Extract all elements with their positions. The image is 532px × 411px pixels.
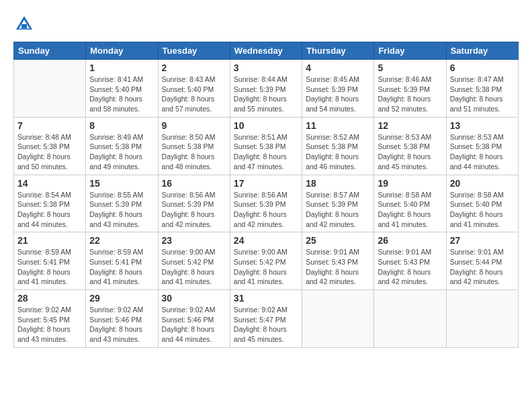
calendar-cell: 9Sunrise: 8:50 AM Sunset: 5:38 PM Daylig…	[158, 117, 230, 175]
weekday-header-wednesday: Wednesday	[230, 42, 302, 60]
day-info: Sunrise: 8:55 AM Sunset: 5:39 PM Dayligh…	[89, 190, 154, 230]
day-info: Sunrise: 9:02 AM Sunset: 5:46 PM Dayligh…	[162, 305, 226, 345]
day-number: 30	[162, 293, 226, 304]
week-row-3: 14Sunrise: 8:54 AM Sunset: 5:38 PM Dayli…	[14, 175, 519, 232]
calendar-cell: 24Sunrise: 9:00 AM Sunset: 5:42 PM Dayli…	[230, 232, 302, 290]
day-number: 10	[234, 120, 298, 131]
day-number: 6	[450, 62, 515, 73]
calendar-cell: 6Sunrise: 8:47 AM Sunset: 5:38 PM Daylig…	[446, 60, 518, 118]
calendar-cell: 5Sunrise: 8:46 AM Sunset: 5:39 PM Daylig…	[374, 60, 446, 118]
day-info: Sunrise: 8:44 AM Sunset: 5:39 PM Dayligh…	[234, 75, 298, 114]
calendar-cell: 1Sunrise: 8:41 AM Sunset: 5:40 PM Daylig…	[86, 60, 158, 118]
day-number: 21	[17, 235, 82, 246]
calendar-cell: 8Sunrise: 8:49 AM Sunset: 5:38 PM Daylig…	[86, 117, 158, 175]
calendar-cell: 3Sunrise: 8:44 AM Sunset: 5:39 PM Daylig…	[230, 60, 302, 118]
calendar-cell: 21Sunrise: 8:59 AM Sunset: 5:41 PM Dayli…	[14, 232, 86, 290]
day-info: Sunrise: 8:50 AM Sunset: 5:38 PM Dayligh…	[162, 132, 226, 172]
calendar-body: 1Sunrise: 8:41 AM Sunset: 5:40 PM Daylig…	[14, 60, 519, 348]
day-number: 4	[306, 62, 370, 73]
day-info: Sunrise: 9:01 AM Sunset: 5:43 PM Dayligh…	[306, 247, 370, 287]
day-info: Sunrise: 8:59 AM Sunset: 5:41 PM Dayligh…	[17, 247, 82, 287]
logo	[13, 13, 38, 35]
weekday-header-saturday: Saturday	[446, 42, 518, 60]
calendar-cell: 22Sunrise: 8:59 AM Sunset: 5:41 PM Dayli…	[86, 232, 158, 290]
day-info: Sunrise: 8:47 AM Sunset: 5:38 PM Dayligh…	[450, 75, 515, 114]
day-number: 19	[378, 178, 442, 189]
calendar-cell: 7Sunrise: 8:48 AM Sunset: 5:38 PM Daylig…	[14, 117, 86, 175]
week-row-4: 21Sunrise: 8:59 AM Sunset: 5:41 PM Dayli…	[14, 232, 519, 290]
day-number: 12	[378, 120, 442, 131]
calendar-cell: 30Sunrise: 9:02 AM Sunset: 5:46 PM Dayli…	[158, 290, 230, 348]
page-header	[13, 13, 519, 35]
day-info: Sunrise: 9:00 AM Sunset: 5:42 PM Dayligh…	[234, 247, 298, 287]
calendar-cell: 23Sunrise: 9:00 AM Sunset: 5:42 PM Dayli…	[158, 232, 230, 290]
calendar-cell: 29Sunrise: 9:02 AM Sunset: 5:46 PM Dayli…	[86, 290, 158, 348]
calendar: SundayMondayTuesdayWednesdayThursdayFrid…	[13, 42, 519, 348]
calendar-cell: 18Sunrise: 8:57 AM Sunset: 5:39 PM Dayli…	[302, 175, 374, 232]
day-info: Sunrise: 8:45 AM Sunset: 5:39 PM Dayligh…	[306, 75, 370, 114]
calendar-cell: 4Sunrise: 8:45 AM Sunset: 5:39 PM Daylig…	[302, 60, 374, 118]
day-number: 14	[17, 178, 82, 189]
day-info: Sunrise: 9:02 AM Sunset: 5:46 PM Dayligh…	[89, 305, 154, 345]
day-number: 2	[162, 62, 226, 73]
calendar-cell: 13Sunrise: 8:53 AM Sunset: 5:38 PM Dayli…	[446, 117, 518, 175]
day-number: 20	[450, 178, 515, 189]
day-info: Sunrise: 8:41 AM Sunset: 5:40 PM Dayligh…	[89, 75, 154, 114]
weekday-header-sunday: Sunday	[14, 42, 86, 60]
day-number: 11	[306, 120, 370, 131]
day-number: 26	[378, 235, 442, 246]
day-info: Sunrise: 8:46 AM Sunset: 5:39 PM Dayligh…	[378, 75, 442, 114]
calendar-cell: 17Sunrise: 8:56 AM Sunset: 5:39 PM Dayli…	[230, 175, 302, 232]
day-number: 29	[89, 293, 154, 304]
calendar-cell: 27Sunrise: 9:01 AM Sunset: 5:44 PM Dayli…	[446, 232, 518, 290]
calendar-cell: 25Sunrise: 9:01 AM Sunset: 5:43 PM Dayli…	[302, 232, 374, 290]
day-info: Sunrise: 8:52 AM Sunset: 5:38 PM Dayligh…	[306, 132, 370, 172]
calendar-cell: 10Sunrise: 8:51 AM Sunset: 5:38 PM Dayli…	[230, 117, 302, 175]
calendar-cell: 16Sunrise: 8:56 AM Sunset: 5:39 PM Dayli…	[158, 175, 230, 232]
day-number: 24	[234, 235, 298, 246]
day-number: 7	[17, 120, 82, 131]
day-info: Sunrise: 8:56 AM Sunset: 5:39 PM Dayligh…	[162, 190, 226, 230]
calendar-cell: 12Sunrise: 8:53 AM Sunset: 5:38 PM Dayli…	[374, 117, 446, 175]
day-info: Sunrise: 8:51 AM Sunset: 5:38 PM Dayligh…	[234, 132, 298, 172]
day-info: Sunrise: 8:57 AM Sunset: 5:39 PM Dayligh…	[306, 190, 370, 230]
weekday-header-tuesday: Tuesday	[158, 42, 230, 60]
calendar-cell: 15Sunrise: 8:55 AM Sunset: 5:39 PM Dayli…	[86, 175, 158, 232]
day-info: Sunrise: 8:56 AM Sunset: 5:39 PM Dayligh…	[234, 190, 298, 230]
day-info: Sunrise: 9:01 AM Sunset: 5:43 PM Dayligh…	[378, 247, 442, 287]
day-number: 22	[89, 235, 154, 246]
day-number: 3	[234, 62, 298, 73]
weekday-header-thursday: Thursday	[302, 42, 374, 60]
day-info: Sunrise: 8:49 AM Sunset: 5:38 PM Dayligh…	[89, 132, 154, 172]
calendar-cell	[14, 60, 86, 118]
calendar-cell: 31Sunrise: 9:02 AM Sunset: 5:47 PM Dayli…	[230, 290, 302, 348]
day-number: 18	[306, 178, 370, 189]
logo-icon	[13, 13, 35, 35]
day-number: 9	[162, 120, 226, 131]
day-number: 5	[378, 62, 442, 73]
week-row-5: 28Sunrise: 9:02 AM Sunset: 5:45 PM Dayli…	[14, 290, 519, 348]
day-number: 15	[89, 178, 154, 189]
weekday-header-friday: Friday	[374, 42, 446, 60]
day-number: 1	[89, 62, 154, 73]
day-number: 13	[450, 120, 515, 131]
calendar-cell: 2Sunrise: 8:43 AM Sunset: 5:40 PM Daylig…	[158, 60, 230, 118]
calendar-cell	[302, 290, 374, 348]
day-number: 27	[450, 235, 515, 246]
day-info: Sunrise: 9:01 AM Sunset: 5:44 PM Dayligh…	[450, 247, 515, 287]
day-number: 8	[89, 120, 154, 131]
day-number: 28	[17, 293, 82, 304]
calendar-cell: 26Sunrise: 9:01 AM Sunset: 5:43 PM Dayli…	[374, 232, 446, 290]
day-number: 17	[234, 178, 298, 189]
svg-rect-2	[21, 24, 27, 28]
calendar-cell: 28Sunrise: 9:02 AM Sunset: 5:45 PM Dayli…	[14, 290, 86, 348]
day-number: 31	[234, 293, 298, 304]
day-info: Sunrise: 8:58 AM Sunset: 5:40 PM Dayligh…	[378, 190, 442, 230]
calendar-cell	[374, 290, 446, 348]
day-info: Sunrise: 8:53 AM Sunset: 5:38 PM Dayligh…	[378, 132, 442, 172]
day-info: Sunrise: 8:59 AM Sunset: 5:41 PM Dayligh…	[89, 247, 154, 287]
calendar-cell: 19Sunrise: 8:58 AM Sunset: 5:40 PM Dayli…	[374, 175, 446, 232]
weekday-header-row: SundayMondayTuesdayWednesdayThursdayFrid…	[14, 42, 519, 60]
day-info: Sunrise: 8:54 AM Sunset: 5:38 PM Dayligh…	[17, 190, 82, 230]
day-info: Sunrise: 8:48 AM Sunset: 5:38 PM Dayligh…	[17, 132, 82, 172]
